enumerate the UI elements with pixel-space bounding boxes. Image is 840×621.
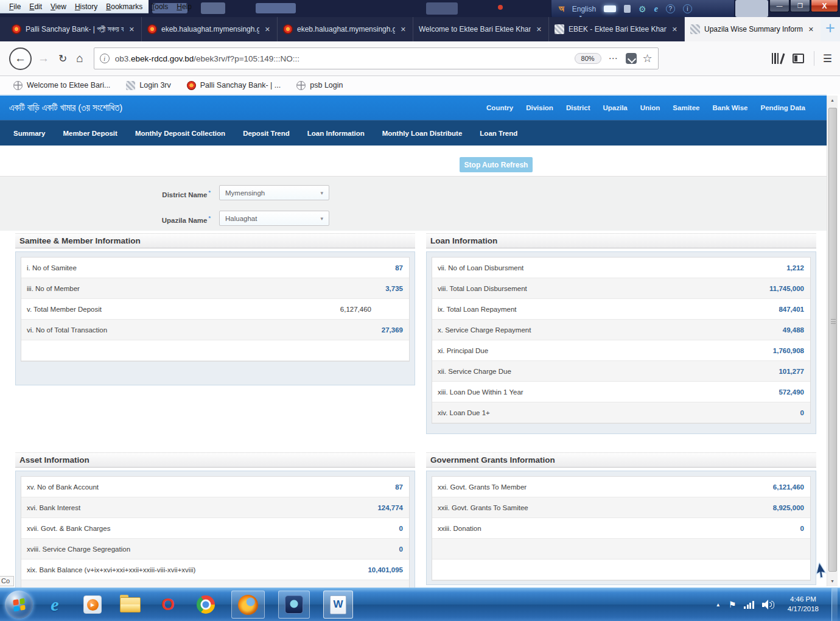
show-desktop-button[interactable]	[831, 588, 838, 621]
header-link[interactable]: Division	[526, 104, 553, 111]
tool-icon[interactable]	[624, 5, 631, 13]
table-row	[432, 539, 810, 560]
page-actions-icon[interactable]: ⋯	[609, 53, 618, 64]
nav-link[interactable]: Monthly Loan Distribute	[382, 130, 463, 137]
nav-link[interactable]: Loan Trend	[480, 130, 517, 137]
header-link[interactable]: Pending Data	[761, 104, 805, 111]
browser-tab[interactable]: Welcome to Ektee Bari Ektee Kham ✕	[413, 17, 549, 41]
bookmark-item[interactable]: Palli Sanchay Bank- | ...	[187, 81, 281, 90]
browser-tab[interactable]: EBEK - Ektee Bari Ektee Khamar ✕	[549, 17, 685, 41]
media-app-icon[interactable]	[278, 591, 310, 619]
stop-auto-refresh-button[interactable]: Stop Auto Refresh	[460, 157, 533, 172]
menu-item[interactable]: History	[71, 2, 102, 11]
tab-close-icon[interactable]: ✕	[399, 24, 407, 35]
panel-header: Samitee & Member Information	[15, 233, 415, 248]
header-link[interactable]: Upazila	[603, 104, 628, 111]
taskbar: e ▶ O W ▲ ⚑ 4:46 PM 4/17/2018	[0, 588, 840, 621]
vertical-scrollbar[interactable]: ▲ ▼	[827, 96, 838, 586]
browser-tab[interactable]: ekeb.haluaghat.mymensingh.g ✕	[142, 17, 278, 41]
bookmark-item[interactable]: Welcome to Ektee Bari...	[13, 81, 110, 90]
header-link[interactable]: District	[566, 104, 590, 111]
chrome-icon[interactable]	[194, 591, 218, 619]
language-label[interactable]: English	[572, 5, 596, 13]
network-signal-icon[interactable]	[744, 601, 754, 609]
minimize-button[interactable]: —	[769, 0, 789, 12]
row-value: 6,121,460	[773, 483, 810, 491]
header-link[interactable]: Country	[486, 104, 513, 111]
menu-item[interactable]: View	[46, 2, 71, 11]
close-button[interactable]: X	[811, 0, 838, 12]
bookmark-item[interactable]: Login 3rv	[126, 81, 170, 90]
opera-icon[interactable]: O	[156, 591, 180, 619]
media-player-icon[interactable]: ▶	[80, 591, 105, 619]
header-link[interactable]: Samitee	[673, 104, 699, 111]
tab-close-icon[interactable]: ✕	[264, 24, 271, 35]
avro-icon[interactable]: e	[654, 4, 658, 14]
url-path: /ebek3rv/f?p=105:149:::NO:::	[194, 54, 299, 63]
forward-button[interactable]: →	[38, 52, 49, 65]
start-button[interactable]	[5, 591, 33, 619]
bookmark-favicon	[13, 81, 23, 90]
site-info-icon[interactable]: i	[100, 54, 110, 63]
pocket-icon[interactable]	[626, 53, 637, 64]
back-button[interactable]: ←	[9, 47, 32, 70]
nav-link[interactable]: Monthly Deposit Collection	[135, 130, 225, 137]
bookmark-label: Palli Sanchay Bank- | ...	[200, 81, 281, 89]
tab-close-icon[interactable]: ✕	[535, 24, 543, 35]
action-center-flag-icon[interactable]: ⚑	[729, 600, 737, 609]
browser-tab[interactable]: Palli Sanchay Bank- | পল্লী সঞ্চয় ব ✕	[6, 17, 142, 41]
file-explorer-icon[interactable]	[118, 591, 142, 619]
bookmark-star-icon[interactable]: ☆	[643, 52, 653, 65]
bookmark-favicon	[126, 81, 135, 90]
header-link[interactable]: Bank Wise	[712, 104, 747, 111]
restore-button[interactable]: ❐	[790, 0, 810, 12]
help-icon[interactable]: ?	[666, 4, 675, 13]
hamburger-menu-icon[interactable]: ☰	[823, 52, 832, 65]
menu-item[interactable]: Help	[172, 2, 196, 11]
upazila-name-select[interactable]: Haluaghat ▾	[219, 211, 329, 226]
nav-link[interactable]: Member Deposit	[63, 130, 117, 137]
internet-explorer-icon[interactable]: e	[43, 591, 67, 619]
sidebar-icon[interactable]	[793, 54, 804, 63]
menu-item[interactable]: Tools	[147, 2, 172, 11]
new-tab-button[interactable]: +	[825, 17, 835, 39]
scrollbar-thumb[interactable]	[828, 108, 837, 572]
gear-icon[interactable]: ⚙	[639, 4, 646, 14]
word-icon[interactable]: W	[323, 591, 353, 619]
bengali-letter-icon[interactable]: অ	[559, 4, 564, 14]
nav-link[interactable]: Deposit Trend	[243, 130, 290, 137]
url-bar[interactable]: i ob3.ebek-rdcd.gov.bd/ebek3rv/f?p=105:1…	[94, 47, 659, 69]
library-icon[interactable]	[772, 53, 782, 64]
table-row: i. No of Samitee 87	[21, 258, 409, 278]
scroll-down-icon[interactable]: ▼	[827, 579, 838, 583]
menu-item[interactable]: File	[5, 2, 25, 11]
tab-close-icon[interactable]: ✕	[807, 24, 815, 35]
tab-close-icon[interactable]: ✕	[671, 24, 679, 35]
info-icon[interactable]: i	[683, 4, 692, 13]
row-label: viii. Total Loan Disbursement	[432, 285, 527, 292]
district-name-select[interactable]: Mymensingh ▾	[219, 185, 329, 200]
menu-item[interactable]: Edit	[25, 2, 46, 11]
zoom-level-badge[interactable]: 80%	[575, 53, 601, 64]
row-value: 0	[800, 409, 810, 416]
browser-tab[interactable]: ekeb.haluaghat.mymensingh.g ✕	[278, 17, 413, 41]
upazila-name-label: Upazila Name*	[0, 211, 211, 228]
keyboard-icon[interactable]	[604, 5, 616, 12]
reload-button[interactable]: ↻	[58, 52, 67, 65]
home-button[interactable]: ⌂	[76, 52, 83, 65]
menu-item[interactable]: Bookmarks	[102, 2, 147, 11]
nav-link[interactable]: Summary	[13, 130, 45, 137]
panel-header: Loan Information	[426, 233, 816, 248]
firefox-icon[interactable]	[231, 591, 265, 619]
language-bar[interactable]: অ English ⚙ e ? i	[551, 0, 735, 18]
scroll-up-icon[interactable]: ▲	[827, 98, 838, 102]
taskbar-clock[interactable]: 4:46 PM 4/17/2018	[783, 595, 824, 614]
bookmark-item[interactable]: psb Login	[296, 81, 343, 90]
tab-close-icon[interactable]: ✕	[128, 24, 136, 35]
header-link[interactable]: Union	[640, 104, 660, 111]
tray-expand-icon[interactable]: ▲	[716, 602, 721, 608]
nav-link[interactable]: Loan Information	[307, 130, 365, 137]
url-text[interactable]: ob3.ebek-rdcd.gov.bd/ebek3rv/f?p=105:149…	[115, 54, 575, 63]
browser-tab[interactable]: Upazila Wise Summary Inform ✕	[685, 17, 821, 41]
volume-icon[interactable]	[762, 600, 775, 609]
